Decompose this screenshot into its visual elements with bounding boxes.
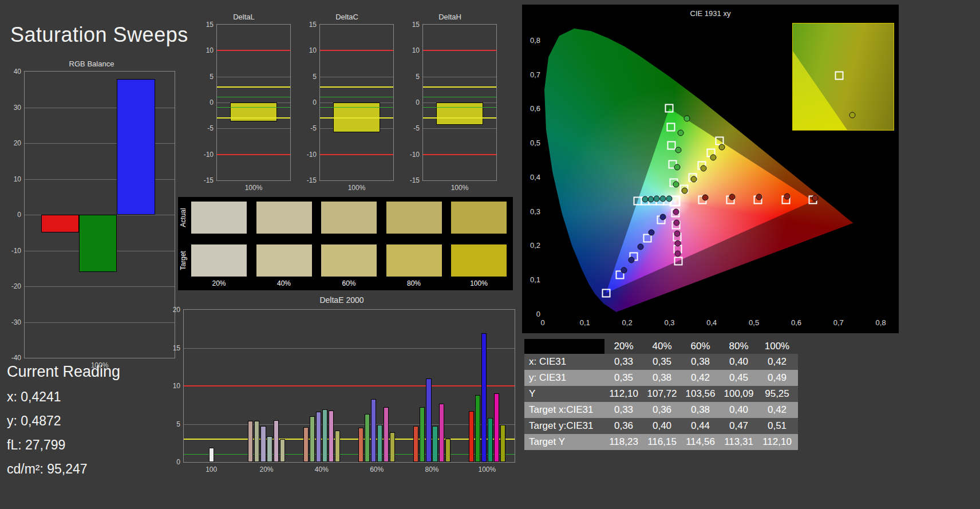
table-row: Target y:CIE310,360,400,440,470,51: [524, 418, 798, 434]
measured-point-green: [673, 181, 679, 188]
cie-title: CIE 1931 xy: [522, 9, 899, 18]
measured-point-red: [784, 194, 790, 200]
table-cell: 0,33: [604, 356, 643, 368]
table-cell: 0,40: [643, 420, 681, 432]
swatch-target: [321, 244, 377, 277]
column-header: 80%: [720, 341, 758, 352]
gridline: [25, 322, 175, 323]
y-axis-tick-label: 5: [401, 73, 420, 81]
swatch-column-label: 40%: [256, 279, 312, 287]
limit-line-e03030: [423, 154, 496, 155]
measured-point-blue: [638, 244, 644, 250]
table-cell: 0,35: [604, 372, 643, 384]
target-row-label: Target: [179, 244, 187, 277]
x-axis-tick-label: 0,1: [580, 318, 590, 327]
x-axis-tick-label: 100: [206, 465, 217, 474]
x-axis-tick-label: 40%: [315, 465, 329, 474]
measurement-table[interactable]: 20%40%60%80%100%x: CIE310,330,350,380,40…: [524, 339, 798, 450]
bar: [413, 426, 418, 462]
measured-point-yellow: [719, 144, 725, 150]
y-axis-tick-label: 0,7: [523, 70, 540, 78]
measured-point-yellow: [710, 155, 716, 161]
measured-point-yellow: [691, 176, 697, 183]
limit-line-2fae2f: [320, 107, 393, 108]
deltal-title: DeltaL: [193, 13, 294, 21]
rgb-balance-chart[interactable]: RGB Balance 403020100-10-20-30-40100%: [5, 60, 179, 384]
cie-zoom-inset: [792, 23, 894, 131]
swatch-target: [451, 244, 507, 277]
row-label: Target y:CIE31: [524, 420, 604, 432]
table-cell: 0,36: [604, 420, 643, 432]
row-label: x: CIE31: [524, 356, 604, 368]
limit-line-e03030: [423, 50, 496, 51]
reading-cdm2: cd/m²: 95,247: [7, 461, 120, 477]
measured-point-cyan: [642, 196, 649, 202]
table-cell: 118,23: [604, 436, 643, 448]
table-cell: 0,42: [758, 356, 796, 368]
deltal-chart[interactable]: DeltaL 151050-5-10-15100%: [193, 13, 294, 191]
bar: [390, 432, 395, 462]
deltac-chart[interactable]: DeltaC 151050-5-10-15100%: [297, 13, 397, 191]
bar: [248, 421, 253, 462]
x-axis-tick-label: 60%: [370, 465, 384, 474]
measured-point-green: [675, 147, 681, 153]
y-axis-tick-label: 0,8: [523, 35, 540, 44]
y-axis-tick-label: 0: [162, 458, 180, 466]
bar: [432, 426, 437, 462]
deltae-plot: 2015105010020%40%60%80%100%: [183, 309, 515, 463]
target-marker-blue: [602, 289, 610, 298]
swatch-actual: [451, 202, 507, 234]
column-header: [524, 339, 604, 354]
swatch-actual: [256, 202, 312, 234]
color-swatch-panel[interactable]: Actual Target 20%40%60%80%100%: [178, 197, 513, 290]
deltah-plot: 151050-5-10-15100%: [422, 24, 497, 181]
y-axis-tick-label: -5: [298, 124, 317, 132]
limit-line-e8e830: [423, 86, 496, 88]
measured-point-yellow: [701, 165, 707, 172]
deltae2000-chart[interactable]: DeltaE 2000 2015105010020%40%60%80%100%: [165, 295, 519, 468]
target-marker-magenta: [674, 257, 682, 265]
bar: [426, 378, 431, 462]
x-axis-tick-label: 0,7: [833, 318, 844, 327]
bar: [384, 407, 389, 462]
target-marker-green: [665, 104, 674, 113]
measured-point-blue: [629, 257, 635, 263]
bar: [316, 412, 321, 462]
x-axis-tick-label: 0,2: [622, 318, 633, 327]
bar: [254, 421, 259, 462]
measured-point-red: [729, 194, 735, 200]
deltah-title: DeltaH: [400, 13, 500, 21]
x-axis-tick-label: 0,8: [876, 318, 886, 327]
measured-point-blue: [649, 229, 655, 235]
x-axis-tick-label: 100%: [478, 465, 496, 474]
cie-chart-panel[interactable]: CIE 1931 xy 000,10,10,20,20,30,30,40,40,…: [522, 5, 899, 333]
y-axis-tick-label: -5: [195, 124, 214, 132]
table-cell: 100,09: [720, 388, 758, 400]
y-axis-tick-label: 0,3: [523, 207, 540, 215]
measured-point-green: [683, 115, 690, 121]
measured-point-magenta: [675, 250, 681, 257]
y-axis-tick-label: 0: [3, 211, 21, 219]
bar: [274, 420, 279, 462]
table-cell: 112,10: [604, 388, 643, 400]
swatch-target: [386, 244, 442, 277]
y-axis-tick-label: 0: [195, 98, 214, 106]
swatch-actual: [321, 202, 377, 234]
y-axis-tick-label: 20: [162, 306, 180, 314]
bar: [494, 393, 499, 462]
table-cell: 0,40: [720, 356, 758, 368]
limit-line-e8e830: [320, 86, 393, 88]
table-cell: 113,31: [720, 436, 758, 448]
table-row: Target x:CIE310,330,360,380,400,42: [524, 402, 798, 418]
bar: [371, 399, 376, 462]
table-cell: 0,47: [720, 420, 758, 432]
y-axis-tick-label: 10: [298, 46, 317, 54]
bar: [377, 425, 382, 462]
measured-point-magenta: [674, 230, 680, 236]
deltah-chart[interactable]: DeltaH 151050-5-10-15100%: [400, 13, 500, 191]
gridline: [25, 286, 175, 287]
row-label: Y: [524, 388, 604, 400]
limit-line-e8e830: [184, 439, 515, 440]
table-cell: 103,56: [681, 388, 720, 400]
gridline: [423, 77, 496, 77]
